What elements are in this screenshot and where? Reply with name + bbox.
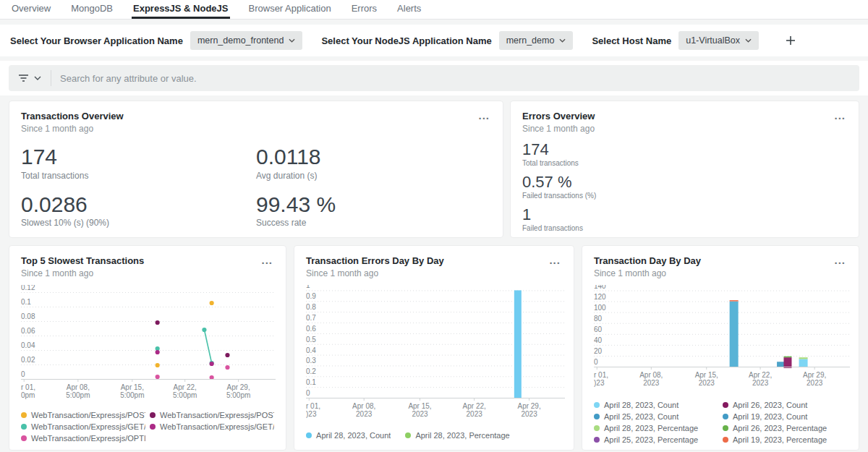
card-title: Errors Overview [522,111,595,121]
chevron-down-icon [289,38,295,43]
legend-label: WebTransaction/Expressjs/POST//... [31,411,145,419]
filter-label: Select Host Name [592,35,671,46]
legend-item[interactable]: April 28, 2023, Percentage [594,424,718,432]
kpi-failed-count: 1 Failed transactions [522,206,847,232]
svg-text:0.2: 0.2 [306,367,316,375]
dropdown-value: u1-VirtualBox [686,35,740,46]
svg-text:100: 100 [594,304,606,312]
legend-dot-icon [594,437,600,443]
legend-item[interactable]: April 25, 2023, Percentage [594,435,718,444]
errors-day-legend: April 28, 2023, CountApril 28, 2023, Per… [306,431,562,440]
svg-text:60: 60 [594,325,603,333]
svg-text:0.02: 0.02 [21,356,35,364]
svg-text:Apr 08,: Apr 08, [67,383,90,391]
legend-item[interactable]: WebTransaction/Expressjs/GET//re... [21,422,145,431]
svg-text:r 01,: r 01, [21,383,35,391]
card-menu-button[interactable]: ... [833,111,847,121]
tab-alerts[interactable]: Alerts [396,0,422,19]
kpi-column: 174 Total transactions 0.57 % Failed tra… [522,141,847,232]
svg-text:0: 0 [21,370,25,378]
legend-item[interactable]: WebTransaction/Expressjs/OPTION... [21,434,145,443]
tab-overview[interactable]: Overview [10,0,52,19]
legend-dot-icon [21,435,27,441]
kpi-value: 1 [522,206,847,223]
filter-group-host-name: Select Host Nameu1-VirtualBox [592,31,759,50]
legend-dot-icon [594,414,600,419]
svg-text:2023: 2023 [807,379,823,387]
svg-text:r 01,: r 01, [594,371,608,379]
kpi-label: Success rate [256,218,491,228]
svg-text:2023: 2023 [699,379,715,387]
filter-groups: Select Your Browser Application Namemern… [10,31,778,50]
legend-item[interactable]: April 26, 2023, Percentage [723,424,847,432]
legend-item[interactable]: WebTransaction/Expressjs/POST//... [21,411,145,419]
top5-plot: 0.120.10.080.060.040.020r 01,0pmApr 08,5… [21,285,276,401]
svg-text:1: 1 [306,285,310,289]
legend-dot-icon [150,412,156,418]
card-subtitle: Since 1 month ago [306,268,444,278]
legend-dot-icon [723,402,728,408]
legend-item[interactable]: April 26, 2023, Count [723,401,847,409]
svg-text:20: 20 [594,347,603,355]
day-by-day-legend: April 28, 2023, CountApril 26, 2023, Cou… [594,401,847,444]
svg-text:0.3: 0.3 [306,357,316,364]
filter-lines-icon [18,74,29,82]
svg-text:80: 80 [594,315,603,323]
svg-text:0: 0 [594,358,598,366]
svg-text:0.06: 0.06 [21,327,35,335]
card-menu-button[interactable]: ... [477,111,491,121]
errors-day-bar-chart: 10.90.80.70.60.50.40.30.20.10r 01,)23Apr… [306,285,562,422]
svg-text:Apr 29,: Apr 29, [803,371,826,379]
dropdown-host-name[interactable]: u1-VirtualBox [678,31,759,50]
tab-browser-application[interactable]: Browser Application [247,0,333,19]
legend-item[interactable]: April 19, 2023, Percentage [723,435,847,444]
filter-menu-button[interactable] [9,65,51,91]
legend-dot-icon [21,412,27,418]
tab-expressjs-nodejs[interactable]: ExpressJS & NodeJS [132,0,230,19]
legend-item[interactable]: April 19, 2023, Count [723,412,847,421]
legend-label: April 25, 2023, Percentage [604,435,698,444]
legend-label: WebTransaction/Expressjs/POST//r... [160,411,274,419]
legend-item[interactable]: WebTransaction/Expressjs/POST//r... [150,411,274,419]
dashboard: Transactions Overview Since 1 month ago … [9,101,859,451]
svg-text:0.1: 0.1 [306,378,316,386]
card-subtitle: Since 1 month ago [594,268,701,278]
svg-text:)23: )23 [594,379,605,387]
chevron-down-icon [559,38,566,43]
dropdown-nodejs-app-name[interactable]: mern_demo [499,31,574,50]
legend-label: April 28, 2023, Count [604,401,678,409]
legend-item[interactable]: April 28, 2023, Count [594,401,718,409]
legend-label: April 28, 2023, Count [316,431,391,440]
kpi-value: 0.0286 [21,193,256,216]
svg-text:140: 140 [594,285,606,290]
card-errors-overview: Errors Overview Since 1 month ago ... 17… [510,101,859,238]
filter-bar: Select Your Browser Application Namemern… [0,25,868,56]
kpi-label: Total transactions [21,171,256,181]
filter-group-browser-app-name: Select Your Browser Application Namemern… [10,31,302,50]
search-input[interactable] [51,73,859,84]
add-filter-button[interactable] [782,32,799,49]
svg-text:2023: 2023 [356,410,373,418]
filter-group-nodejs-app-name: Select Your NodeJS Application Namemern_… [321,31,573,50]
card-menu-button[interactable]: ... [833,255,847,265]
legend-label: April 28, 2023, Percentage [604,424,698,432]
kpi-label: Total transactions [522,159,847,167]
tab-errors[interactable]: Errors [350,0,378,19]
legend-item[interactable]: April 25, 2023, Count [594,412,718,421]
legend-dot-icon [306,432,312,438]
dropdown-browser-app-name[interactable]: mern_demo_frontend [190,31,303,50]
kpi-grid: 174 Total transactions 0.0118 Avg durati… [21,145,491,228]
svg-text:0.5: 0.5 [306,336,316,344]
tab-mongodb[interactable]: MongoDB [69,0,114,19]
legend-item[interactable]: WebTransaction/Expressjs/GET//re... [150,422,274,431]
svg-text:0.08: 0.08 [21,312,35,320]
card-transaction-errors-day-by-day: Transaction Errors Day By Day Since 1 mo… [294,245,574,451]
card-title: Top 5 Slowest Transactions [21,255,144,266]
legend-dot-icon [594,425,600,431]
legend-item[interactable]: April 28, 2023, Count [306,431,391,440]
card-menu-button[interactable]: ... [548,255,562,265]
legend-item[interactable]: April 28, 2023, Percentage [405,431,509,440]
kpi-value: 174 [522,141,847,158]
kpi-failed-pct: 0.57 % Failed transactions (%) [522,174,847,200]
card-menu-button[interactable]: ... [260,255,275,265]
